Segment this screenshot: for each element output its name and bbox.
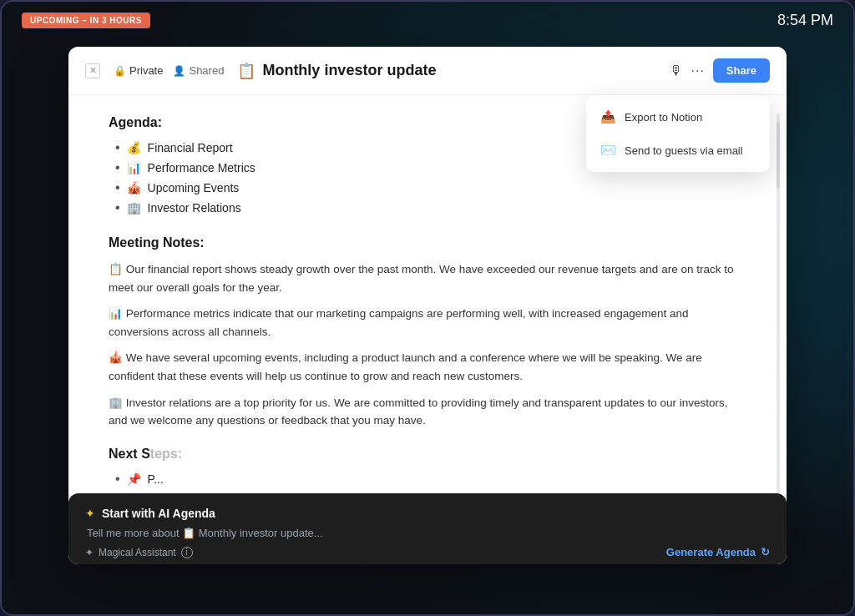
export-to-notion-item[interactable]: 📤 Export to Notion	[586, 100, 770, 134]
ai-popup-subtitle[interactable]: Tell me more about 📋 Monthly investor up…	[87, 527, 770, 539]
relations-emoji: 🏢	[127, 201, 141, 215]
list-item: 🎪 Upcoming Events	[109, 180, 746, 195]
financial-emoji: 💰	[127, 141, 141, 154]
main-window: ✕ 🔒 Private 👤 Shared 📋 Monthly investor …	[68, 47, 787, 564]
privacy-tabs: 🔒 Private 👤 Shared	[114, 64, 224, 77]
note1-emoji: 📋	[109, 263, 126, 275]
note-paragraph: 📊 Performance metrics indicate that our …	[109, 305, 746, 341]
meeting-notes-section: Meeting Notes: 📋 Our financial report sh…	[109, 235, 746, 430]
document-emoji: 📋	[237, 62, 255, 80]
mic-icon[interactable]: 🎙	[670, 63, 683, 78]
note-paragraph: 🏢 Investor relations are a top priority …	[109, 394, 746, 430]
metrics-emoji: 📊	[127, 161, 141, 174]
shared-tab[interactable]: 👤 Shared	[173, 64, 224, 77]
people-icon: 👤	[173, 65, 185, 77]
email-icon: ✉️	[600, 143, 616, 158]
next1-emoji: 📌	[127, 472, 141, 486]
generate-agenda-button[interactable]: Generate Agenda ↻	[666, 546, 770, 558]
scroll-indicator[interactable]	[777, 114, 780, 497]
close-button[interactable]: ✕	[85, 63, 100, 78]
ai-popup-header: ✦ Start with AI Agenda	[85, 507, 770, 520]
status-bar: UPCOMING – IN 3 HOURS 8:54 PM	[2, 2, 853, 38]
magical-assistant: ✦ Magical Assistant i	[85, 547, 193, 558]
meeting-notes-heading: Meeting Notes:	[109, 235, 746, 250]
ai-star-icon: ✦	[85, 507, 95, 520]
note2-emoji: 📊	[109, 307, 126, 320]
document-title-area: 📋 Monthly investor update	[237, 62, 669, 80]
ai-popup-title: Start with AI Agenda	[102, 507, 215, 520]
list-item: 🏢 Investor Relations	[109, 200, 746, 215]
info-icon[interactable]: i	[181, 547, 193, 558]
note3-emoji: 🎪	[109, 351, 126, 364]
lock-icon: 🔒	[114, 65, 126, 77]
next-section: Next Steps: 📌 P... 📊 M...	[109, 447, 746, 496]
note-paragraph: 🎪 We have several upcoming events, inclu…	[109, 349, 746, 385]
window-header: ✕ 🔒 Private 👤 Shared 📋 Monthly investor …	[68, 47, 787, 95]
header-right: 🎙 ··· Share 📤 Export to Notion ✉️ Send t…	[670, 58, 770, 83]
scroll-thumb	[777, 122, 780, 189]
note-paragraph: 📋 Our financial report shows steady grow…	[109, 260, 746, 296]
time-display: 8:54 PM	[777, 12, 833, 29]
send-to-guests-item[interactable]: ✉️ Send to guests via email	[586, 134, 770, 167]
next-heading: Next Steps:	[109, 447, 746, 462]
notion-icon: 📤	[600, 109, 616, 124]
more-options-icon[interactable]: ···	[691, 63, 705, 78]
list-item: 📌 P...	[109, 472, 746, 487]
upcoming-badge: UPCOMING – IN 3 HOURS	[22, 13, 150, 28]
ai-popup-footer: ✦ Magical Assistant i Generate Agenda ↻	[85, 539, 770, 564]
events-emoji: 🎪	[127, 181, 141, 194]
header-left: ✕ 🔒 Private 👤 Shared	[85, 63, 224, 78]
magic-icon: ✦	[85, 547, 94, 558]
refresh-icon: ↻	[761, 546, 770, 558]
ai-agenda-popup: ✦ Start with AI Agenda Tell me more abou…	[68, 493, 787, 564]
note4-emoji: 🏢	[109, 396, 126, 409]
share-button[interactable]: Share	[713, 58, 770, 83]
next-list: 📌 P... 📊 M...	[109, 472, 746, 496]
document-title: Monthly investor update	[262, 62, 436, 79]
private-tab[interactable]: 🔒 Private	[114, 64, 163, 77]
dropdown-menu: 📤 Export to Notion ✉️ Send to guests via…	[586, 95, 770, 172]
